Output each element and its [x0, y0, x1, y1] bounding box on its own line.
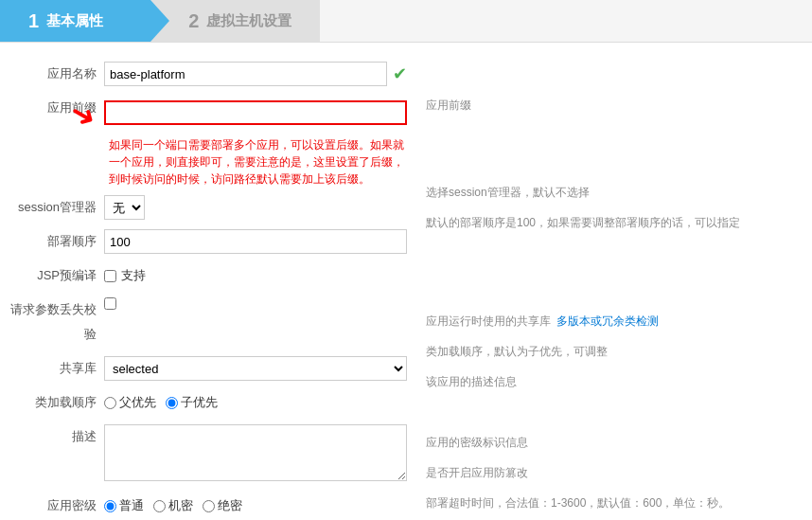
session-select[interactable]: 无: [104, 195, 145, 220]
deploy-order-control: [104, 229, 407, 254]
step-2[interactable]: 2 虚拟主机设置: [150, 0, 320, 42]
app-name-label: 应用名称: [9, 62, 104, 86]
shared-lib-link[interactable]: 多版本或冗余类检测: [556, 314, 659, 330]
deploy-order-right: 默认的部署顺序是100，如果需要调整部署顺序的话，可以指定: [426, 212, 803, 233]
security-normal-radio[interactable]: [104, 500, 116, 512]
classload-label: 类加载顺序: [9, 390, 104, 415]
security-control: 普通 机密 绝密: [104, 493, 407, 518]
security-normal-label[interactable]: 普通: [104, 493, 144, 518]
jsp-checkbox[interactable]: [104, 270, 116, 282]
step-1-label: 基本属性: [46, 12, 103, 30]
desc-control: [104, 424, 407, 484]
app-name-input[interactable]: base-platform: [104, 62, 387, 86]
shared-lib-right: 应用运行时使用的共享库: [426, 311, 551, 332]
app-name-check-icon: ✔: [393, 62, 407, 86]
jsp-support-label: 支持: [121, 263, 146, 288]
shared-lib-select[interactable]: selected: [104, 356, 407, 381]
tamper-right: 是否开启应用防篡改: [426, 462, 803, 483]
step-2-number: 2: [188, 10, 199, 32]
desc-textarea[interactable]: [104, 424, 407, 481]
step-1[interactable]: 1 基本属性: [0, 0, 150, 42]
security-label: 应用密级: [9, 493, 104, 518]
form-left: 应用名称 base-platform ✔ 应用前缀 ➜ 如果同一个端口需要部署多…: [9, 62, 407, 520]
jsp-label: JSP预编译: [9, 263, 104, 288]
app-prefix-input[interactable]: [104, 100, 407, 125]
security-secret-label[interactable]: 机密: [153, 493, 193, 518]
shared-lib-control: selected: [104, 356, 407, 381]
jsp-row: JSP预编译 支持: [9, 263, 407, 288]
form-area: 应用名称 base-platform ✔ 应用前缀 ➜ 如果同一个端口需要部署多…: [0, 43, 812, 520]
session-control: 无: [104, 195, 407, 220]
desc-right: 该应用的描述信息: [426, 371, 803, 392]
security-right: 应用的密级标识信息: [426, 432, 803, 453]
request-row: 请求参数丢失校验: [9, 297, 407, 347]
classload-right: 类加载顺序，默认为子优先，可调整: [426, 341, 803, 362]
classload-control: 父优先 子优先: [104, 390, 407, 415]
app-prefix-right: 应用前缀: [426, 95, 803, 116]
session-row: session管理器 无: [9, 195, 407, 220]
deploy-order-input[interactable]: [104, 229, 407, 254]
step-2-label: 虚拟主机设置: [206, 12, 291, 30]
session-right: 选择session管理器，默认不选择: [426, 182, 803, 203]
deploy-order-label: 部署顺序: [9, 229, 104, 254]
form-right: 应用前缀 选择session管理器，默认不选择 默认的部署顺序是100，如果需要…: [426, 62, 803, 520]
security-secret-radio[interactable]: [153, 500, 166, 512]
deploy-timeout-right: 部署超时时间，合法值：1-3600，默认值：600，单位：秒。: [426, 493, 803, 513]
session-label: session管理器: [9, 195, 104, 220]
classload-child-radio[interactable]: [166, 397, 178, 409]
security-topsecret-label[interactable]: 绝密: [203, 493, 242, 518]
app-name-row: 应用名称 base-platform ✔: [9, 62, 407, 86]
shared-lib-row: 共享库 selected: [9, 356, 407, 381]
app-name-control: base-platform: [104, 62, 387, 86]
jsp-control: 支持: [104, 263, 407, 288]
steps-header: 1 基本属性 2 虚拟主机设置: [0, 0, 812, 43]
classload-parent-label[interactable]: 父优先: [104, 390, 156, 415]
request-control: [104, 297, 407, 310]
step-1-number: 1: [28, 10, 39, 32]
desc-label: 描述: [9, 424, 104, 449]
app-prefix-control: [104, 100, 407, 125]
request-checkbox[interactable]: [104, 297, 116, 310]
deploy-order-row: 部署顺序: [9, 229, 407, 254]
request-label: 请求参数丢失校验: [9, 297, 104, 347]
shared-lib-label: 共享库: [9, 356, 104, 381]
classload-parent-radio[interactable]: [104, 397, 116, 409]
desc-row: 描述: [9, 424, 407, 484]
classload-child-label[interactable]: 子优先: [166, 390, 218, 415]
security-row: 应用密级 普通 机密 绝密: [9, 493, 407, 518]
annotation-text: 如果同一个端口需要部署多个应用，可以设置后缀。如果就一个应用，则直接即可，需要注…: [109, 136, 407, 188]
security-topsecret-radio[interactable]: [203, 500, 215, 512]
classload-row: 类加载顺序 父优先 子优先: [9, 390, 407, 415]
